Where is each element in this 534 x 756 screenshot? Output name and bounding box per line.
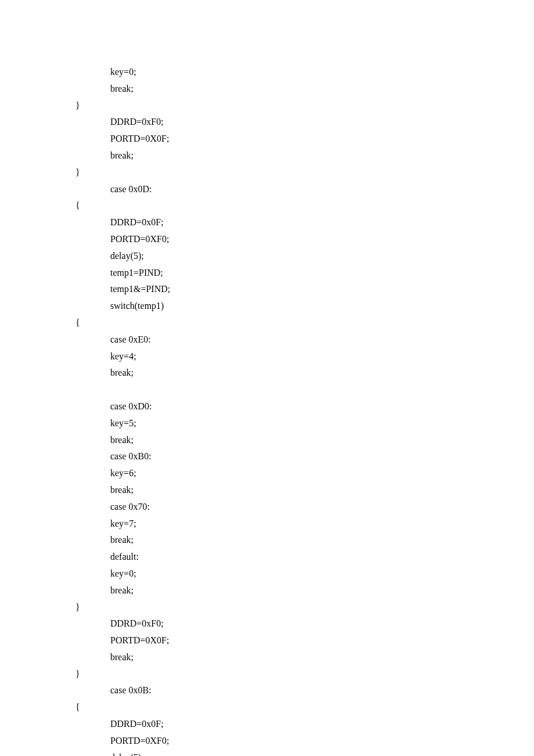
code-line: key=4; [75,348,534,365]
code-line: break; [75,432,534,449]
code-line: break; [75,81,534,98]
code-line [75,381,534,398]
code-line: break; [75,482,534,499]
code-line: switch(temp1) [75,298,534,315]
code-line: temp1=PIND; [75,265,534,282]
code-line: case 0xD0: [75,398,534,415]
code-line: } [75,666,534,683]
code-line: case 0x0D: [75,181,534,198]
code-block: key=0;break;}DDRD=0xF0;PORTD=0X0F;break;… [75,64,534,756]
code-line: } [75,98,534,114]
code-line: key=0; [75,566,534,582]
code-line: break; [75,532,534,549]
code-line: PORTD=0X0F; [75,131,534,147]
code-line: case 0x70: [75,499,534,516]
code-line: break; [75,582,534,599]
code-line: break; [75,365,534,381]
code-line: break; [75,649,534,666]
code-line: default: [75,549,534,566]
code-line: { [75,315,534,332]
code-line: { [75,197,534,214]
code-line: key=6; [75,465,534,482]
code-line: case 0xB0: [75,448,534,465]
code-line: DDRD=0xF0; [75,114,534,131]
code-line: PORTD=0X0F; [75,632,534,649]
code-line: key=0; [75,64,534,81]
code-line: case 0xE0: [75,332,534,348]
code-line: } [75,164,534,181]
code-line: DDRD=0xF0; [75,615,534,632]
code-line: delay(5); [75,750,534,756]
code-line: DDRD=0x0F; [75,716,534,733]
code-line: PORTD=0XF0; [75,733,534,750]
code-line: { [75,699,534,716]
code-line: temp1&=PIND; [75,281,534,298]
code-line: case 0x0B: [75,682,534,699]
code-line: } [75,599,534,616]
code-line: key=7; [75,516,534,532]
code-line: key=5; [75,415,534,432]
code-line: break; [75,147,534,164]
code-line: DDRD=0x0F; [75,214,534,231]
code-line: PORTD=0XF0; [75,231,534,248]
code-line: delay(5); [75,248,534,265]
